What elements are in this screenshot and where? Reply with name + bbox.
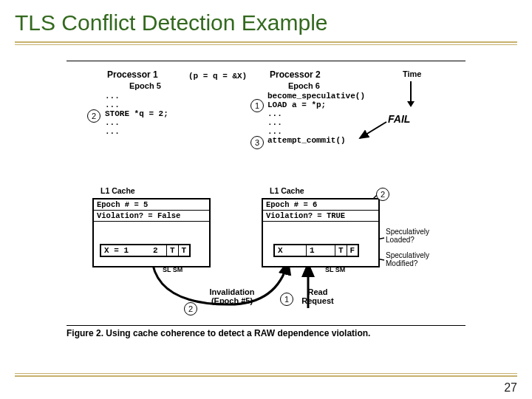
cache2-circle-2: 2	[376, 188, 389, 201]
figure-bottom-rule	[66, 325, 466, 326]
cache1-box: Epoch # = 5 Violation? = False X = 1 2 T…	[92, 198, 211, 267]
cache2-epoch: Epoch # = 6	[263, 200, 378, 211]
cache1-violation: Violation? = False	[94, 211, 209, 222]
read-request-label: Read Request	[296, 287, 340, 305]
invalidation-label: Invalidation (Epoch #5)	[199, 287, 265, 305]
figure: Processor 1 (p = q = &X) Processor 2 Tim…	[66, 61, 466, 356]
figure-caption: Figure 2. Using cache coherence to detec…	[66, 328, 466, 338]
slide-title: TLS Conflict Detection Example	[0, 0, 532, 41]
bottom-rule	[15, 373, 517, 377]
spec-loaded-label: Speculatively Loaded?	[386, 228, 445, 244]
invalidation-circle-2: 2	[184, 302, 197, 316]
cache2-title: L1 Cache	[270, 186, 304, 195]
cache1-epoch: Epoch # = 5	[94, 200, 209, 211]
title-rule	[15, 41, 517, 45]
cache1-slsm: SL SM	[163, 266, 183, 273]
fail-label: FAIL	[388, 113, 410, 125]
read-request-circle-1: 1	[280, 293, 293, 306]
page-number: 27	[504, 381, 517, 395]
cache2-violation: Violation? = TRUE	[263, 211, 378, 222]
svg-line-0	[360, 122, 386, 138]
cache1-line: X = 1 2 T T	[100, 244, 191, 257]
cache1-title: L1 Cache	[100, 186, 135, 195]
spec-modified-label: Speculatively Modified?	[386, 251, 445, 267]
cache2-slsm: SL SM	[325, 266, 345, 273]
cache2-line: X 1 T F	[273, 244, 359, 257]
cache2-box: Epoch # = 6 Violation? = TRUE X 1 T F	[262, 198, 380, 267]
